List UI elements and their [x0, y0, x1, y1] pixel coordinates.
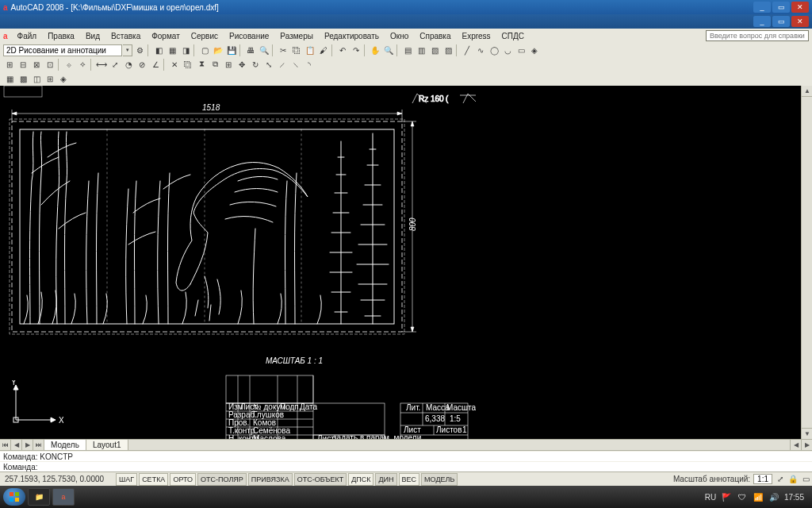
toolbar-button[interactable]: ◧: [152, 44, 165, 56]
tab-prev-icon[interactable]: ◀: [11, 440, 22, 451]
fillet-icon[interactable]: ◝: [303, 59, 316, 71]
paste-icon[interactable]: 📋: [304, 44, 316, 56]
circle-icon[interactable]: ◯: [488, 44, 500, 56]
status-lwt[interactable]: ВЕС: [399, 473, 420, 486]
scale-icon[interactable]: ⤡: [262, 59, 275, 71]
menu-modify[interactable]: Редактировать: [320, 31, 384, 41]
toolbar-button[interactable]: ▦: [166, 44, 178, 56]
status-icon[interactable]: ⤢: [774, 473, 787, 485]
command-prompt[interactable]: Команда:: [0, 461, 812, 471]
menu-draw[interactable]: Рисование: [224, 31, 274, 41]
status-grid[interactable]: СЕТКА: [139, 473, 168, 486]
close-button[interactable]: ✕: [791, 2, 809, 13]
dim-aligned-icon[interactable]: ⤢: [109, 59, 121, 71]
toolbar-button[interactable]: ⊞: [44, 73, 56, 85]
tray-volume-icon[interactable]: 🔊: [768, 491, 779, 502]
minimize-button[interactable]: _: [753, 2, 771, 13]
copy-icon[interactable]: ⿻: [290, 44, 303, 56]
arc-icon[interactable]: ◡: [501, 44, 514, 56]
toolbar-button[interactable]: ▧: [428, 44, 441, 56]
redo-icon[interactable]: ↷: [350, 44, 362, 56]
new-icon[interactable]: ▢: [198, 44, 211, 56]
toolbar-button[interactable]: ⊟: [17, 59, 29, 71]
hscroll-left-icon[interactable]: ◀: [790, 440, 801, 451]
polyline-icon[interactable]: ∿: [474, 44, 487, 56]
pan-icon[interactable]: ✋: [369, 44, 381, 56]
menu-spds[interactable]: СПДС: [497, 31, 529, 41]
toolbar-button[interactable]: ◫: [30, 73, 43, 85]
tab-last-icon[interactable]: ⏭: [33, 440, 44, 451]
tray-network-icon[interactable]: 📶: [753, 491, 764, 502]
menu-file[interactable]: Файл: [13, 31, 42, 41]
rotate-icon[interactable]: ↻: [249, 59, 262, 71]
menu-window[interactable]: Окно: [385, 31, 413, 41]
taskbar-item[interactable]: 📁: [28, 488, 50, 506]
toolbar-button[interactable]: ◨: [179, 44, 192, 56]
zoom-icon[interactable]: 🔍: [382, 44, 395, 56]
line-icon[interactable]: ╱: [461, 44, 473, 56]
menu-help[interactable]: Справка: [415, 31, 455, 41]
cut-icon[interactable]: ✂: [277, 44, 289, 56]
toolbar-button[interactable]: ▩: [17, 73, 29, 85]
array-icon[interactable]: ⊞: [222, 59, 235, 71]
status-icon[interactable]: ▭: [799, 473, 812, 485]
tray-clock[interactable]: 17:55: [784, 493, 804, 502]
menu-view[interactable]: Вид: [81, 31, 105, 41]
toolbar-button[interactable]: ⊞: [3, 59, 16, 71]
tray-shield-icon[interactable]: 🛡: [737, 491, 748, 502]
toolbar-button[interactable]: ⊠: [30, 59, 43, 71]
help-search-input[interactable]: [706, 30, 809, 41]
status-otrack[interactable]: ОТС-ОБЪЕКТ: [294, 473, 347, 486]
gear-icon[interactable]: ⚙: [133, 44, 146, 56]
menu-edit[interactable]: Правка: [43, 31, 79, 41]
tab-layout1[interactable]: Layout1: [86, 440, 128, 451]
toolbar-button[interactable]: ▦: [3, 73, 16, 85]
extend-icon[interactable]: ⟍: [289, 59, 302, 71]
drawing-viewport[interactable]: Rz 160 ( ) 1518 800: [0, 86, 476, 439]
menu-tools[interactable]: Сервис: [186, 31, 223, 41]
menu-express[interactable]: Express: [457, 31, 495, 41]
mdi-minimize-button[interactable]: _: [753, 16, 771, 27]
anno-scale-value[interactable]: 1:1: [753, 474, 772, 484]
lang-indicator[interactable]: RU: [705, 491, 716, 502]
dim-radius-icon[interactable]: ◔: [122, 59, 135, 71]
status-osnap[interactable]: ПРИВЯЗКА: [248, 473, 293, 486]
tab-next-icon[interactable]: ▶: [22, 440, 33, 451]
print-icon[interactable]: 🖶: [244, 44, 257, 56]
undo-icon[interactable]: ↶: [336, 44, 349, 56]
mdi-restore-button[interactable]: ▭: [772, 16, 790, 27]
erase-icon[interactable]: ✕: [168, 59, 181, 71]
rect-icon[interactable]: ▭: [515, 44, 527, 56]
tab-first-icon[interactable]: ⏮: [0, 440, 11, 451]
mdi-close-button[interactable]: ✕: [791, 16, 809, 27]
status-dyn[interactable]: ДИН: [375, 473, 396, 486]
dim-angular-icon[interactable]: ∠: [149, 59, 162, 71]
toolbar-button[interactable]: ⟐: [63, 59, 75, 71]
tab-model[interactable]: Модель: [44, 440, 86, 451]
menu-dimension[interactable]: Размеры: [275, 31, 318, 41]
hscroll-right-icon[interactable]: ▶: [801, 440, 812, 451]
open-icon[interactable]: 📂: [212, 44, 224, 56]
status-ortho[interactable]: ОРТО: [170, 473, 196, 486]
toolbar-button[interactable]: ◈: [528, 44, 541, 56]
dim-diameter-icon[interactable]: ⊘: [136, 59, 148, 71]
workspace-dropdown[interactable]: [3, 44, 122, 56]
toolbar-button[interactable]: ▤: [401, 44, 414, 56]
menu-insert[interactable]: Вставка: [106, 31, 145, 41]
status-snap[interactable]: ШАГ: [116, 473, 137, 486]
toolbar-button[interactable]: ◈: [57, 73, 70, 85]
trim-icon[interactable]: ⟋: [276, 59, 289, 71]
offset-icon[interactable]: ⧉: [209, 59, 221, 71]
status-ducs[interactable]: ДПСК: [348, 473, 373, 486]
vertical-scrollbar[interactable]: ▲ ▼: [801, 86, 812, 439]
workspace-dropdown-arrow-icon[interactable]: ▾: [123, 44, 132, 56]
start-button[interactable]: [3, 488, 25, 506]
move-icon[interactable]: ✥: [236, 59, 248, 71]
taskbar-item-autocad[interactable]: a: [52, 488, 75, 506]
status-icon[interactable]: 🔒: [787, 473, 799, 485]
toolbar-button[interactable]: ⊡: [44, 59, 56, 71]
save-icon[interactable]: 💾: [225, 44, 238, 56]
dim-linear-icon[interactable]: ⟷: [95, 59, 108, 71]
menu-format[interactable]: Формат: [147, 31, 185, 41]
status-polar[interactable]: ОТС-ПОЛЯР: [197, 473, 247, 486]
